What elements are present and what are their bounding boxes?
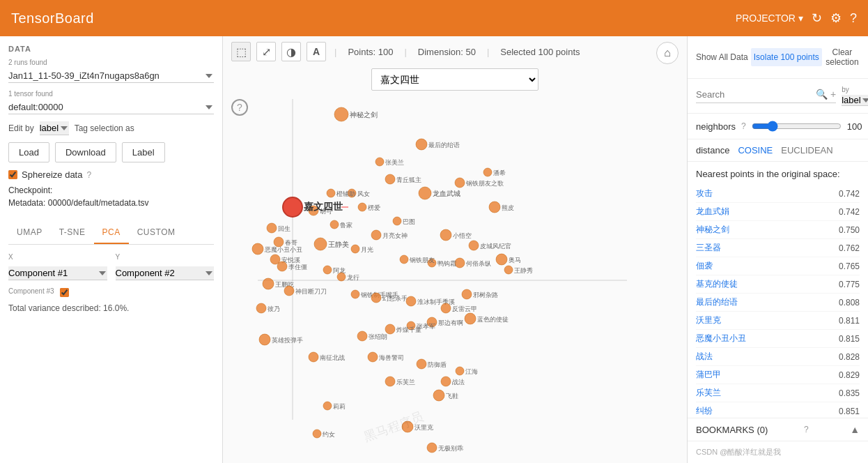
- data-point[interactable]: [504, 266, 513, 274]
- search-input[interactable]: [696, 89, 813, 100]
- data-point[interactable]: [385, 377, 395, 386]
- data-point[interactable]: [309, 352, 318, 362]
- label-button[interactable]: Label: [122, 142, 165, 162]
- data-point[interactable]: [419, 187, 431, 199]
- home-button[interactable]: ⌂: [656, 42, 679, 64]
- data-point[interactable]: [259, 334, 270, 345]
- nearest-item[interactable]: 蒲巴甲0.829: [696, 366, 860, 384]
- data-point[interactable]: [393, 217, 401, 225]
- data-point[interactable]: [455, 178, 465, 188]
- tab-custom[interactable]: CUSTOM: [129, 222, 184, 244]
- show-all-button[interactable]: Show All Data: [693, 48, 751, 66]
- nearest-item[interactable]: 沃里克0.811: [696, 312, 860, 330]
- data-point[interactable]: [417, 359, 426, 369]
- tab-umap[interactable]: UMAP: [8, 222, 51, 244]
- data-point[interactable]: [456, 367, 464, 375]
- data-point[interactable]: [252, 243, 263, 255]
- data-point[interactable]: [323, 402, 332, 410]
- data-point[interactable]: [489, 202, 500, 213]
- nearest-item[interactable]: 纠纷0.851: [696, 402, 860, 418]
- edit-by-select[interactable]: label: [40, 121, 69, 135]
- label-icon[interactable]: A: [307, 42, 326, 61]
- settings-icon[interactable]: ⚙: [830, 10, 842, 26]
- data-point[interactable]: [371, 293, 381, 303]
- data-point[interactable]: [277, 261, 287, 271]
- data-point[interactable]: [433, 390, 444, 401]
- nearest-item[interactable]: 佃袭0.765: [696, 257, 860, 275]
- scatter-plot[interactable]: 最后的绐语张美兰神秘之剑潘希钢铁朋友之歌龙血武城青丘狐主风女橙辅助胡可楞爱熊皮鲁…: [223, 71, 687, 463]
- data-point[interactable]: [267, 223, 277, 233]
- clear-selection-button[interactable]: Clear selection: [822, 43, 862, 71]
- nearest-item[interactable]: 神秘之剑0.750: [696, 221, 860, 239]
- data-point[interactable]: [483, 168, 492, 176]
- visualization-canvas[interactable]: ⬚ ⤢ ◑ A | Points: 100 | Dimension: 50 | …: [223, 36, 687, 463]
- search-by-select[interactable]: label: [842, 95, 868, 106]
- download-button[interactable]: Download: [55, 142, 116, 162]
- expand-icon[interactable]: ⤢: [256, 42, 276, 61]
- nearest-item[interactable]: 最后的绐语0.808: [696, 294, 860, 312]
- data-point[interactable]: [368, 352, 378, 362]
- nearest-item[interactable]: 三圣器0.762: [696, 239, 860, 257]
- night-mode-icon[interactable]: ◑: [281, 42, 301, 61]
- data-point[interactable]: [441, 377, 451, 386]
- pca-y-select[interactable]: Component #2: [116, 266, 215, 280]
- search-add-icon[interactable]: +: [830, 89, 836, 100]
- data-point[interactable]: [496, 254, 507, 265]
- data-point[interactable]: [406, 296, 416, 306]
- tensor-selector[interactable]: default:00000: [8, 100, 214, 114]
- data-point[interactable]: [371, 230, 381, 240]
- data-point[interactable]: [263, 278, 274, 289]
- run-selector[interactable]: Jan11_11-50-39_iZt4n7nugaps8a6gn: [8, 69, 214, 83]
- data-point[interactable]: [330, 220, 339, 229]
- data-point[interactable]: [441, 303, 451, 313]
- data-point[interactable]: [323, 266, 332, 274]
- data-point[interactable]: [462, 289, 472, 299]
- data-point[interactable]: [351, 290, 359, 298]
- pca-z-checkbox[interactable]: [60, 288, 69, 297]
- load-button[interactable]: Load: [8, 142, 49, 162]
- nearest-item[interactable]: 乐芙兰0.835: [696, 384, 860, 402]
- neighbors-help-icon[interactable]: ?: [741, 121, 746, 131]
- selection-icon[interactable]: ⬚: [231, 42, 251, 61]
- data-point[interactable]: [274, 237, 284, 247]
- nearest-item[interactable]: 龙血式娟0.742: [696, 203, 860, 221]
- neighbors-slider[interactable]: [752, 121, 842, 132]
- data-point[interactable]: [400, 255, 408, 264]
- data-point[interactable]: [283, 197, 302, 217]
- data-point[interactable]: [416, 139, 427, 150]
- sphereize-help-icon[interactable]: ?: [86, 170, 91, 180]
- data-point[interactable]: [284, 286, 294, 296]
- data-point[interactable]: [440, 229, 451, 241]
- data-point[interactable]: [385, 174, 395, 184]
- data-point[interactable]: [337, 273, 346, 281]
- sphereize-checkbox[interactable]: [8, 170, 17, 179]
- projector-selector[interactable]: PROJECTOR ▾: [736, 13, 803, 24]
- data-point[interactable]: [375, 158, 384, 166]
- data-point[interactable]: [455, 258, 465, 268]
- data-point[interactable]: [327, 189, 335, 197]
- data-point[interactable]: [427, 443, 437, 453]
- data-point[interactable]: [334, 107, 348, 121]
- data-point[interactable]: [465, 313, 476, 324]
- bookmarks-row[interactable]: BOOKMARKS (0) ? ▲: [688, 418, 868, 441]
- data-point[interactable]: [385, 324, 395, 334]
- cosine-option[interactable]: COSINE: [738, 145, 773, 155]
- tab-pca[interactable]: PCA: [94, 222, 129, 244]
- help-circle-icon[interactable]: ?: [850, 11, 857, 26]
- nearest-item[interactable]: 战法0.828: [696, 348, 860, 366]
- data-point[interactable]: [314, 238, 327, 250]
- nearest-item[interactable]: 恶魔小丑小丑0.815: [696, 330, 860, 348]
- pca-x-select[interactable]: Component #1: [8, 266, 107, 280]
- data-point[interactable]: [351, 245, 359, 253]
- data-point[interactable]: [402, 421, 413, 432]
- refresh-icon[interactable]: ↻: [812, 10, 822, 26]
- bookmarks-help-icon[interactable]: ?: [804, 425, 809, 434]
- data-point[interactable]: [358, 203, 366, 211]
- nearest-item[interactable]: 基克的使徒0.775: [696, 275, 860, 294]
- euclidean-option[interactable]: EUCLIDEAN: [781, 145, 832, 155]
- nearest-item[interactable]: 攻击0.742: [696, 185, 860, 203]
- data-point[interactable]: [313, 430, 321, 438]
- data-point[interactable]: [256, 303, 266, 313]
- data-point[interactable]: [469, 241, 479, 250]
- tab-tsne[interactable]: T-SNE: [51, 222, 94, 244]
